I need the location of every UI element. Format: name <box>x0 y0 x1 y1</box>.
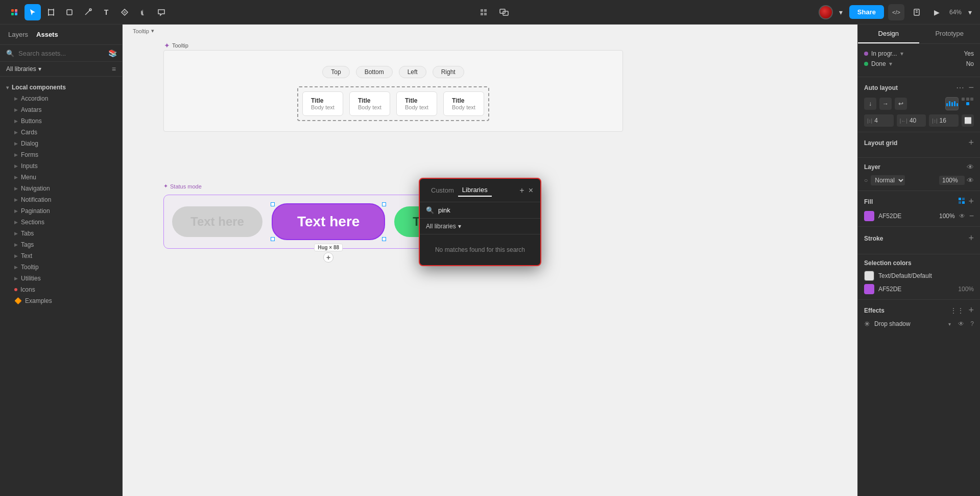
sidebar-item-examples[interactable]: 🔶 Examples <box>0 295 122 306</box>
sidebar-item-inputs[interactable]: ▶ Inputs <box>0 160 122 172</box>
grid-view-button[interactable] <box>475 4 492 20</box>
layer-mode-select[interactable]: Normal <box>871 175 905 185</box>
code-view-button[interactable]: </> <box>888 4 904 20</box>
size-label: Hug × 88 <box>314 244 343 251</box>
comment-tool-button[interactable] <box>153 4 170 20</box>
components-tool-button[interactable] <box>116 4 133 20</box>
hand-tool-button[interactable] <box>135 4 151 20</box>
sidebar-item-tabs[interactable]: ▶ Tabs <box>0 228 122 239</box>
popup-tab-custom[interactable]: Custom <box>427 184 458 196</box>
fill-color-swatch[interactable] <box>864 211 874 221</box>
al-padding-h-input[interactable]: |←| 40 <box>897 114 926 127</box>
sidebar-item-text[interactable]: ▶ Text <box>0 250 122 262</box>
layer-opacity-group: 👁 <box>939 176 974 185</box>
fill-eye-icon[interactable]: 👁 <box>959 212 965 220</box>
al-distribute-control[interactable] <box>945 97 959 110</box>
sidebar-item-tooltip[interactable]: ▶ Tooltip <box>0 262 122 273</box>
sidebar-item-navigation[interactable]: ▶ Navigation <box>0 183 122 194</box>
list-view-icon[interactable]: ≡ <box>112 65 116 73</box>
svg-rect-16 <box>481 13 483 15</box>
auto-layout-more-button[interactable]: ⋯ <box>956 83 964 92</box>
tooltip-bottom-button[interactable]: Bottom <box>356 66 393 78</box>
inprogress-row: In progr... ▾ Yes <box>864 50 974 57</box>
tab-prototype[interactable]: Prototype <box>919 25 981 43</box>
local-components-header[interactable]: ▾ Local components <box>0 81 122 93</box>
layer-header: Layer 👁 <box>864 163 974 171</box>
sidebar-item-accordion[interactable]: ▶ Accordion <box>0 93 122 104</box>
sidebar-item-utilities[interactable]: ▶ Utilities <box>0 273 122 284</box>
sidebar-item-tags[interactable]: ▶ Tags <box>0 239 122 250</box>
app-logo-group <box>6 4 22 20</box>
al-right-button[interactable]: → <box>879 98 892 110</box>
tooltip-right-button[interactable]: Right <box>433 66 464 78</box>
pen-tool-button[interactable] <box>80 4 96 20</box>
figma-menu-button[interactable] <box>6 4 22 20</box>
popup-search-icon: 🔍 <box>426 206 434 214</box>
svg-point-4 <box>15 11 17 13</box>
popup-tab-libraries[interactable]: Libraries <box>458 184 492 197</box>
book-button[interactable] <box>909 4 925 20</box>
popup-all-libraries[interactable]: All libraries ▾ <box>426 223 461 230</box>
drop-shadow-eye-icon[interactable]: 👁 <box>958 320 964 327</box>
shape-tool-button[interactable] <box>61 4 78 20</box>
search-input[interactable] <box>18 50 104 57</box>
sidebar-item-icons[interactable]: Icons <box>0 284 122 295</box>
play-button[interactable]: ▶ <box>929 4 945 20</box>
effects-add-button[interactable]: + <box>968 305 974 316</box>
tab-layers[interactable]: Layers <box>8 29 28 40</box>
share-button[interactable]: Share <box>849 5 884 19</box>
chevron-right-icon: ▶ <box>14 231 18 236</box>
sidebar-item-buttons[interactable]: ▶ Buttons <box>0 115 122 127</box>
al-bar-3 <box>951 102 953 106</box>
zoom-dropdown-button[interactable]: ▾ <box>966 4 974 20</box>
right-panel-tabs: Design Prototype <box>858 25 980 44</box>
al-wrap-button[interactable]: ↩ <box>895 98 907 110</box>
select-tool-button[interactable] <box>25 4 41 20</box>
text-tool-button[interactable]: T <box>98 4 114 20</box>
frame-tool-button[interactable] <box>43 4 59 20</box>
stroke-add-button[interactable]: + <box>968 233 974 244</box>
tab-design[interactable]: Design <box>858 25 919 43</box>
handle-bl <box>271 237 275 241</box>
svg-rect-10 <box>67 10 72 15</box>
popup-content: No matches found for this search <box>420 234 540 265</box>
sidebar-item-cards[interactable]: ▶ Cards <box>0 127 122 138</box>
fill-remove-button[interactable]: − <box>969 211 974 221</box>
al-gap-input[interactable]: |↕| 4 <box>864 114 894 127</box>
tooltip-left-button[interactable]: Left <box>399 66 426 78</box>
al-padding-v-input[interactable]: |↕| 16 <box>929 114 959 127</box>
fill-add-button[interactable]: + <box>968 196 974 207</box>
sidebar-item-menu[interactable]: ▶ Menu <box>0 172 122 183</box>
add-item-button[interactable]: + <box>323 252 333 263</box>
sidebar-item-forms[interactable]: ▶ Forms <box>0 149 122 160</box>
sidebar-item-sections[interactable]: ▶ Sections <box>0 217 122 228</box>
drop-shadow-help-icon[interactable]: ? <box>970 320 974 327</box>
avatar-dropdown-button[interactable]: ▾ <box>837 4 845 20</box>
tooltip-top-button[interactable]: Top <box>322 66 349 78</box>
multiscreen-button[interactable] <box>496 4 512 20</box>
status-item-purple[interactable]: Text here Hug × 88 + <box>272 203 385 240</box>
effects-grid-button[interactable]: ⋮⋮ <box>950 306 964 315</box>
auto-layout-minus-button[interactable]: − <box>968 82 974 93</box>
all-libraries-dropdown[interactable]: All libraries ▾ <box>6 65 41 73</box>
popup-search-input[interactable] <box>438 206 534 214</box>
fill-style-button[interactable] <box>958 197 965 206</box>
stroke-section: Stroke + <box>858 227 980 254</box>
sidebar-item-notification[interactable]: ▶ Notification <box>0 194 122 205</box>
layer-opacity-input[interactable] <box>939 176 965 185</box>
sidebar-item-avatars[interactable]: ▶ Avatars <box>0 104 122 115</box>
color-swatch-white[interactable] <box>864 271 874 281</box>
layer-eye-icon[interactable]: 👁 <box>967 176 974 184</box>
layout-grid-add-button[interactable]: + <box>968 137 974 148</box>
al-resize-button[interactable]: ⬜ <box>962 114 974 127</box>
al-down-button[interactable]: ↓ <box>864 98 876 110</box>
layer-visibility-icon[interactable]: 👁 <box>967 163 974 171</box>
sidebar-item-pagination[interactable]: ▶ Pagination <box>0 205 122 217</box>
popup-add-button[interactable]: + <box>519 186 524 195</box>
tab-assets[interactable]: Assets <box>36 29 58 40</box>
canvas[interactable]: Tooltip ▾ ✦ Tooltip Top Bottom Left Righ… <box>123 25 857 496</box>
popup-close-button[interactable]: × <box>529 186 533 195</box>
sidebar-item-dialog[interactable]: ▶ Dialog <box>0 138 122 149</box>
handle-br <box>382 237 386 241</box>
color-swatch-purple[interactable] <box>864 284 874 294</box>
